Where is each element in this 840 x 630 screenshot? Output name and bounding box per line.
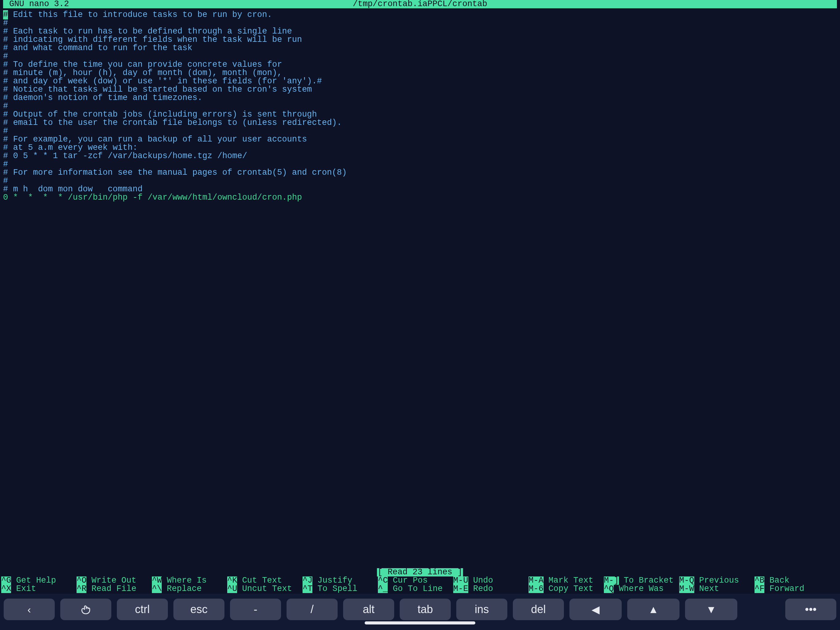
- tab-button[interactable]: tab: [400, 598, 451, 620]
- arrow-down-icon: ▼: [706, 604, 717, 615]
- sc-write-out[interactable]: ^OWrite Out: [77, 576, 152, 585]
- sc-next[interactable]: M-WNext: [679, 585, 755, 593]
- alt-button[interactable]: alt: [343, 598, 394, 620]
- sc-where-is[interactable]: ^WWhere Is: [152, 576, 227, 585]
- sc-copy-text[interactable]: M-6Copy Text: [529, 585, 604, 593]
- del-button[interactable]: del: [513, 598, 564, 620]
- nano-shortcut-bar: ^GGet Help ^OWrite Out ^WWhere Is ^KCut …: [0, 576, 840, 594]
- sc-mark-text[interactable]: M-AMark Text: [529, 576, 604, 585]
- dash-button[interactable]: -: [230, 598, 281, 620]
- sc-to-bracket[interactable]: M-]To Bracket: [604, 576, 679, 585]
- more-button[interactable]: •••: [785, 598, 836, 620]
- sc-previous[interactable]: M-QPrevious: [679, 576, 755, 585]
- sc-where-was[interactable]: ^QWhere Was: [604, 585, 679, 593]
- ins-button[interactable]: ins: [456, 598, 507, 620]
- esc-button[interactable]: esc: [174, 598, 224, 620]
- back-button[interactable]: ‹: [4, 598, 55, 620]
- sc-redo[interactable]: M-ERedo: [453, 585, 529, 593]
- app-version: GNU nano 3.2: [6, 0, 69, 8]
- sc-undo[interactable]: M-UUndo: [453, 576, 529, 585]
- keyboard-toolbar-wrap: ‹ ctrl esc - / alt tab ins del ◀ ▲ ▼ •••: [0, 594, 840, 630]
- sc-forward[interactable]: ^FForward: [755, 585, 830, 593]
- home-indicator[interactable]: [365, 621, 475, 624]
- arrow-down-button[interactable]: ▼: [685, 598, 737, 620]
- keyboard-toolbar: ‹ ctrl esc - / alt tab ins del ◀ ▲ ▼ •••: [0, 594, 840, 630]
- arrow-left-button[interactable]: ◀: [569, 598, 622, 620]
- status-message: [ Read 23 lines ]: [0, 568, 840, 576]
- sc-replace[interactable]: ^\Replace: [152, 585, 227, 593]
- sc-read-file[interactable]: ^RRead File: [77, 585, 152, 593]
- arrow-up-button[interactable]: ▲: [627, 598, 679, 620]
- file-path: /tmp/crontab.iaPPCL/crontab: [69, 0, 771, 8]
- arrow-left-icon: ◀: [592, 604, 600, 615]
- chevron-left-icon: ‹: [27, 604, 31, 615]
- sc-justify[interactable]: ^JJustify: [303, 576, 378, 585]
- arrow-up-icon: ▲: [648, 604, 658, 615]
- sc-cur-pos[interactable]: ^CCur Pos: [378, 576, 453, 585]
- sc-to-spell[interactable]: ^TTo Spell: [303, 585, 378, 593]
- sc-go-to-line[interactable]: ^_Go To Line: [378, 585, 453, 593]
- touch-icon: [81, 604, 91, 615]
- sc-cut-text[interactable]: ^KCut Text: [227, 576, 303, 585]
- terminal-window: GNU nano 3.2 /tmp/crontab.iaPPCL/crontab…: [0, 0, 840, 594]
- shortcut-row-2: ^XExit ^RRead File ^\Replace ^UUncut Tex…: [1, 585, 839, 593]
- cron-entry: 0 * * * * /usr/bin/php -f /var/www/html/…: [3, 193, 837, 202]
- sc-exit[interactable]: ^XExit: [1, 585, 77, 593]
- ctrl-button[interactable]: ctrl: [117, 598, 168, 620]
- sc-get-help[interactable]: ^GGet Help: [1, 576, 77, 585]
- slash-button[interactable]: /: [287, 598, 338, 620]
- nano-title-bar: GNU nano 3.2 /tmp/crontab.iaPPCL/crontab…: [3, 0, 837, 8]
- sc-uncut-text[interactable]: ^UUncut Text: [227, 585, 303, 593]
- cursor: #: [3, 10, 8, 19]
- shortcut-row-1: ^GGet Help ^OWrite Out ^WWhere Is ^KCut …: [1, 576, 839, 585]
- editor-content[interactable]: # Edit this file to introduce tasks to b…: [3, 8, 837, 202]
- sc-back[interactable]: ^BBack: [755, 576, 830, 585]
- touch-button[interactable]: [60, 598, 111, 620]
- more-icon: •••: [805, 604, 816, 615]
